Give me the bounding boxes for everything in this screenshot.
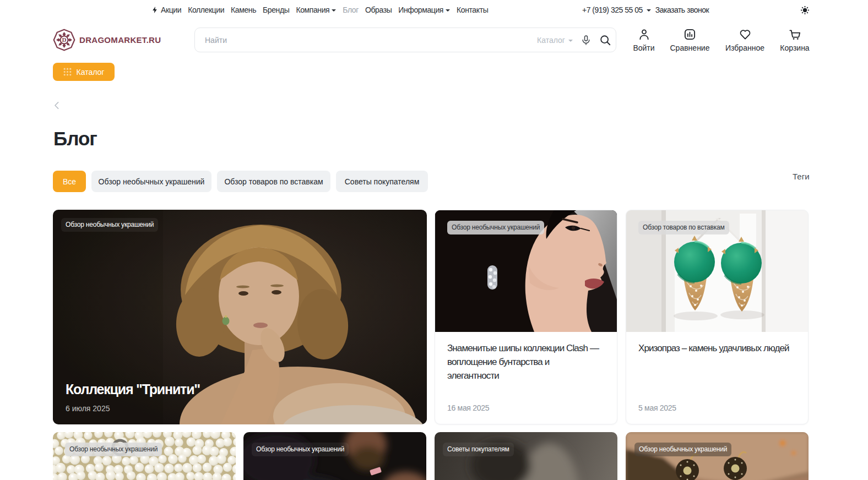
svg-text:D: D [62, 36, 66, 43]
